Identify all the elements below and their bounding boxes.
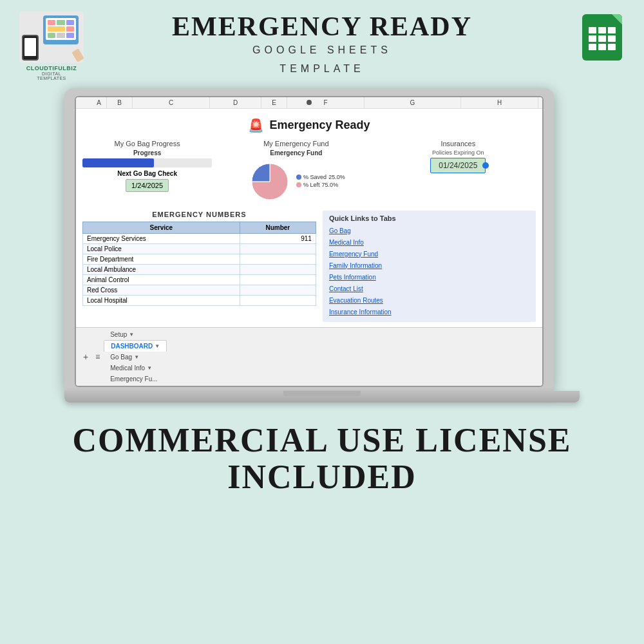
sheets-grid-icon	[582, 18, 622, 57]
policies-label: Policies Expiring On	[381, 149, 536, 156]
table-row: Red Cross	[83, 285, 316, 295]
number-cell	[240, 274, 316, 285]
col-header-e: E	[261, 97, 287, 108]
table-row: Animal Control	[83, 274, 316, 285]
sheets-icon-background	[582, 14, 622, 61]
insurances-title: Insurances	[381, 140, 536, 147]
emergency-numbers-title: EMERGENCY NUMBERS	[82, 211, 316, 218]
quick-links-title: Quick Links to Tabs	[329, 214, 529, 222]
sheets-cell-3	[608, 27, 616, 33]
brand-tagline: DIGITALTEMPLATES	[37, 71, 66, 80]
page-subtitle-1: GOOGLE SHEETS	[172, 41, 472, 60]
chevron-down-icon: ▼	[134, 354, 139, 360]
insurances-section: Insurances Policies Expiring On 01/24/20…	[381, 140, 536, 204]
number-cell	[240, 243, 316, 254]
sheet-tab-medical-info[interactable]: Medical Info▼	[104, 363, 167, 374]
progress-bar-container	[82, 158, 212, 167]
tab-label: Setup	[110, 331, 127, 338]
col-header-c: C	[133, 97, 210, 108]
logo-image	[19, 12, 84, 63]
laptop-body: A B C D E F G H 🚨 Emergency	[64, 88, 580, 402]
go-bag-date-badge: 1/24/2025	[126, 179, 169, 192]
sheets-cell-5	[598, 35, 606, 42]
go-bag-title: My Go Bag Progress	[82, 140, 212, 147]
main-title-area: EMERGENCY READY GOOGLE SHEETS TEMPLATE	[172, 12, 472, 79]
legend-saved: % Saved 25.0%	[296, 174, 345, 180]
emergency-numbers-section: EMERGENCY NUMBERS Service Number	[82, 211, 316, 322]
progress-label: Progress	[82, 149, 212, 156]
service-cell: Local Police	[83, 243, 240, 254]
chevron-down-icon: ▼	[155, 343, 160, 349]
quick-link-item[interactable]: Evacuation Routes	[329, 295, 529, 307]
quick-links-container: Go BagMedical InfoEmergency FundFamily I…	[329, 225, 529, 318]
legend-left: % Left 75.0%	[296, 182, 345, 188]
spreadsheet-content: 🚨 Emergency Ready My Go Bag Progress Pro…	[76, 109, 542, 327]
sheet-menu-icon[interactable]: ≡	[93, 351, 102, 363]
sheets-cell-8	[598, 44, 606, 50]
tab-label: Go Bag	[110, 354, 132, 361]
quick-link-item[interactable]: Insurance Information	[329, 307, 529, 318]
spreadsheet-area: A B C D E F G H 🚨 Emergency	[76, 97, 542, 386]
sheet-tab-emergency-fu...[interactable]: Emergency Fu...	[104, 374, 167, 384]
tab-label: Emergency Fu...	[110, 375, 157, 383]
col-header-service: Service	[83, 222, 240, 233]
tab-label: Medical Info	[110, 365, 145, 372]
google-sheets-icon	[580, 12, 625, 63]
emergency-fund-section: My Emergency Fund Emergency Fund	[218, 140, 374, 204]
pct-saved-label: % Saved	[303, 174, 327, 180]
sheets-cell-6	[608, 35, 616, 42]
pie-svg	[247, 159, 292, 204]
pct-saved-value: 25.0%	[328, 174, 345, 180]
quick-link-item[interactable]: Medical Info	[329, 237, 529, 249]
sheet-tab-setup[interactable]: Setup▼	[104, 329, 167, 340]
sheet-tab-dashboard[interactable]: DASHBOARD▼	[104, 340, 167, 352]
pie-chart	[247, 159, 292, 204]
table-row: Local Police	[83, 243, 316, 254]
laptop-lid: A B C D E F G H 🚨 Emergency	[64, 88, 554, 391]
add-sheet-button[interactable]: +	[80, 350, 91, 363]
service-cell: Animal Control	[83, 274, 240, 285]
col-header-d: D	[210, 97, 261, 108]
sheets-cell-7	[589, 44, 596, 50]
table-row: Local Hospital	[83, 295, 316, 305]
legend-dot-saved	[296, 175, 301, 180]
service-cell: Red Cross	[83, 285, 240, 295]
pct-left-value: 75.0%	[322, 182, 339, 188]
spreadsheet-title: Emergency Ready	[269, 118, 370, 132]
laptop-base	[64, 391, 580, 402]
col-header-h: H	[461, 97, 538, 108]
sheets-cell-9	[608, 44, 616, 50]
quick-link-item[interactable]: Contact List	[329, 283, 529, 295]
quick-link-item[interactable]: Family Information	[329, 260, 529, 272]
col-header-g: G	[365, 97, 461, 108]
number-cell	[240, 254, 316, 264]
tab-label: DASHBOARD	[111, 343, 153, 350]
sheets-cell-1	[589, 27, 596, 33]
emergency-fund-title: My Emergency Fund	[218, 140, 374, 147]
page-header: CLOUDTIFULBIZ DIGITALTEMPLATES EMERGENCY…	[0, 0, 644, 85]
bottom-line-1: COMMERCIAL USE LICENSE	[13, 422, 631, 459]
quick-link-item[interactable]: Emergency Fund	[329, 249, 529, 260]
page-subtitle-2: TEMPLATE	[172, 60, 472, 79]
number-cell	[240, 295, 316, 305]
chevron-down-icon: ▼	[147, 365, 152, 371]
quick-link-item[interactable]: Go Bag	[329, 225, 529, 237]
bottom-line-2: INCLUDED	[13, 459, 631, 495]
quick-link-item[interactable]: Pets Information	[329, 272, 529, 283]
pct-left-label: % Left	[303, 182, 320, 188]
webcam	[307, 100, 312, 105]
alarm-emoji: 🚨	[248, 118, 264, 133]
page-main-title: EMERGENCY READY	[172, 12, 472, 41]
service-cell: Fire Department	[83, 254, 240, 264]
number-cell	[240, 264, 316, 274]
emergency-numbers-table: Service Number Emergency Services911Loca…	[82, 222, 316, 306]
go-bag-section: My Go Bag Progress Progress Next Go Bag …	[82, 140, 212, 204]
laptop-screen: A B C D E F G H 🚨 Emergency	[75, 96, 544, 387]
brand-logo-area: CLOUDTIFULBIZ DIGITALTEMPLATES	[19, 12, 84, 80]
progress-bar-fill	[82, 158, 154, 167]
policy-date-badge: 01/24/2025	[430, 158, 486, 173]
legend-dot-left	[296, 182, 301, 187]
sheet-tab-go-bag[interactable]: Go Bag▼	[104, 352, 167, 363]
chevron-down-icon: ▼	[129, 332, 134, 337]
sheet-tabs-bar[interactable]: + ≡ Setup▼DASHBOARD▼Go Bag▼Medical Info▼…	[76, 327, 542, 386]
